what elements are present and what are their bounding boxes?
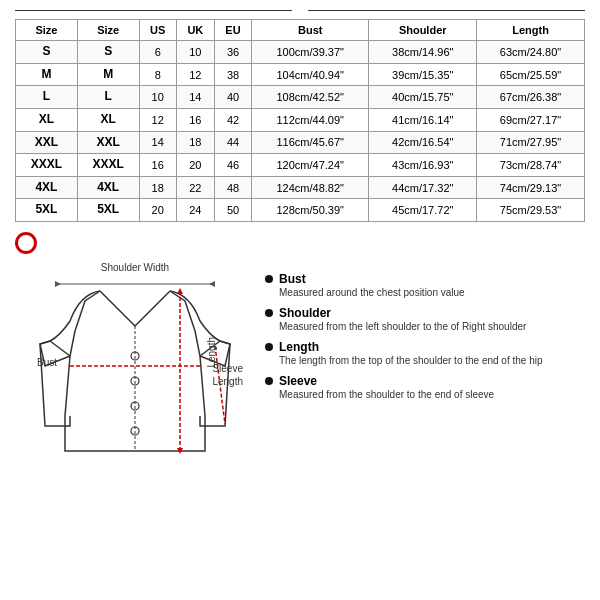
table-cell-0-6: 38cm/14.96"	[369, 41, 477, 64]
table-cell-1-0: M	[16, 63, 78, 86]
measure-title-text-1: Shoulder	[279, 306, 331, 320]
table-cell-6-4: 48	[214, 176, 251, 199]
table-cell-5-5: 120cm/47.24"	[252, 154, 369, 177]
table-cell-2-1: L	[77, 86, 139, 109]
table-cell-0-5: 100cm/39.37"	[252, 41, 369, 64]
table-cell-3-1: XL	[77, 109, 139, 132]
table-cell-3-4: 42	[214, 109, 251, 132]
table-cell-1-6: 39cm/15.35"	[369, 63, 477, 86]
how-to-title	[15, 232, 585, 254]
measure-item-title-3: Sleeve	[265, 374, 585, 388]
table-cell-3-5: 112cm/44.09"	[252, 109, 369, 132]
table-cell-0-7: 63cm/24.80"	[477, 41, 585, 64]
measure-desc-text-3: Measured from the shoulder to the end of…	[279, 388, 585, 402]
measure-desc-text-1: Measured from the left shoulder to the o…	[279, 320, 585, 334]
measure-item-title-2: Length	[265, 340, 585, 354]
table-cell-1-3: 12	[176, 63, 214, 86]
table-row: XXLXXL141844116cm/45.67"42cm/16.54"71cm/…	[16, 131, 585, 154]
measure-item-sleeve: SleeveMeasured from the shoulder to the …	[265, 374, 585, 402]
table-cell-6-6: 44cm/17.32"	[369, 176, 477, 199]
table-cell-3-0: XL	[16, 109, 78, 132]
measure-item-bust: BustMeasured around the chest position v…	[265, 272, 585, 300]
title-line-right	[308, 10, 585, 11]
table-cell-4-7: 71cm/27.95"	[477, 131, 585, 154]
bust-label: Bust	[37, 357, 57, 368]
shoulder-width-label: Shoulder Width	[101, 262, 169, 273]
col-header-length: Length	[477, 20, 585, 41]
table-cell-6-7: 74cm/29.13"	[477, 176, 585, 199]
table-cell-2-6: 40cm/15.75"	[369, 86, 477, 109]
table-row: 5XL5XL202450128cm/50.39"45cm/17.72"75cm/…	[16, 199, 585, 222]
table-cell-0-2: 6	[139, 41, 176, 64]
table-cell-2-0: L	[16, 86, 78, 109]
measure-item-title-0: Bust	[265, 272, 585, 286]
table-cell-7-0: 5XL	[16, 199, 78, 222]
table-cell-5-1: XXXL	[77, 154, 139, 177]
table-body: SS61036100cm/39.37"38cm/14.96"63cm/24.80…	[16, 41, 585, 222]
table-row: XXXLXXXL162046120cm/47.24"43cm/16.93"73c…	[16, 154, 585, 177]
jacket-svg-container: Shoulder Width	[25, 262, 245, 457]
table-cell-6-5: 124cm/48.82"	[252, 176, 369, 199]
measure-desc-text-0: Measured around the chest position value	[279, 286, 585, 300]
table-row: LL101440108cm/42.52"40cm/15.75"67cm/26.3…	[16, 86, 585, 109]
bullet-dot-icon	[265, 309, 273, 317]
measure-item-title-1: Shoulder	[265, 306, 585, 320]
measure-section: Shoulder Width	[15, 262, 585, 590]
table-cell-4-4: 44	[214, 131, 251, 154]
col-header-size2: Size	[77, 20, 139, 41]
svg-marker-1	[55, 281, 61, 287]
table-cell-1-4: 38	[214, 63, 251, 86]
table-row: 4XL4XL182248124cm/48.82"44cm/17.32"74cm/…	[16, 176, 585, 199]
table-cell-0-3: 10	[176, 41, 214, 64]
table-cell-5-7: 73cm/28.74"	[477, 154, 585, 177]
col-header-size1: Size	[16, 20, 78, 41]
svg-marker-10	[177, 288, 183, 294]
table-cell-7-1: 5XL	[77, 199, 139, 222]
table-cell-5-4: 46	[214, 154, 251, 177]
measure-info: BustMeasured around the chest position v…	[265, 262, 585, 590]
table-cell-5-6: 43cm/16.93"	[369, 154, 477, 177]
table-cell-4-5: 116cm/45.67"	[252, 131, 369, 154]
table-cell-0-4: 36	[214, 41, 251, 64]
table-header-row: Size Size US UK EU Bust Shoulder Length	[16, 20, 585, 41]
svg-marker-2	[209, 281, 215, 287]
page: Size Size US UK EU Bust Shoulder Length …	[0, 0, 600, 600]
table-cell-2-3: 14	[176, 86, 214, 109]
table-cell-7-2: 20	[139, 199, 176, 222]
title-line-left	[15, 10, 292, 11]
bullet-dot-icon	[265, 343, 273, 351]
table-cell-5-2: 16	[139, 154, 176, 177]
table-cell-3-7: 69cm/27.17"	[477, 109, 585, 132]
table-cell-4-3: 18	[176, 131, 214, 154]
table-cell-5-3: 20	[176, 154, 214, 177]
table-cell-1-7: 65cm/25.59"	[477, 63, 585, 86]
table-cell-3-6: 41cm/16.14"	[369, 109, 477, 132]
table-cell-6-3: 22	[176, 176, 214, 199]
table-cell-4-6: 42cm/16.54"	[369, 131, 477, 154]
col-header-us: US	[139, 20, 176, 41]
table-cell-7-7: 75cm/29.53"	[477, 199, 585, 222]
table-cell-1-5: 104cm/40.94"	[252, 63, 369, 86]
table-cell-6-0: 4XL	[16, 176, 78, 199]
table-cell-7-5: 128cm/50.39"	[252, 199, 369, 222]
table-row: MM81238104cm/40.94"39cm/15.35"65cm/25.59…	[16, 63, 585, 86]
measure-title-text-0: Bust	[279, 272, 306, 286]
table-cell-0-1: S	[77, 41, 139, 64]
bullet-dot-icon	[265, 377, 273, 385]
table-cell-0-0: S	[16, 41, 78, 64]
table-cell-3-2: 12	[139, 109, 176, 132]
table-cell-6-1: 4XL	[77, 176, 139, 199]
measure-desc-text-2: The length from the top of the shoulder …	[279, 354, 585, 368]
col-header-eu: EU	[214, 20, 251, 41]
table-cell-2-2: 10	[139, 86, 176, 109]
measure-title-text-3: Sleeve	[279, 374, 317, 388]
measure-item-shoulder: ShoulderMeasured from the left shoulder …	[265, 306, 585, 334]
table-cell-7-6: 45cm/17.72"	[369, 199, 477, 222]
jacket-illustration-area: Shoulder Width	[15, 262, 255, 590]
bullet-dot-icon	[265, 275, 273, 283]
col-header-uk: UK	[176, 20, 214, 41]
table-cell-1-2: 8	[139, 63, 176, 86]
table-cell-2-7: 67cm/26.38"	[477, 86, 585, 109]
title-row	[15, 10, 585, 11]
table-row: XLXL121642112cm/44.09"41cm/16.14"69cm/27…	[16, 109, 585, 132]
